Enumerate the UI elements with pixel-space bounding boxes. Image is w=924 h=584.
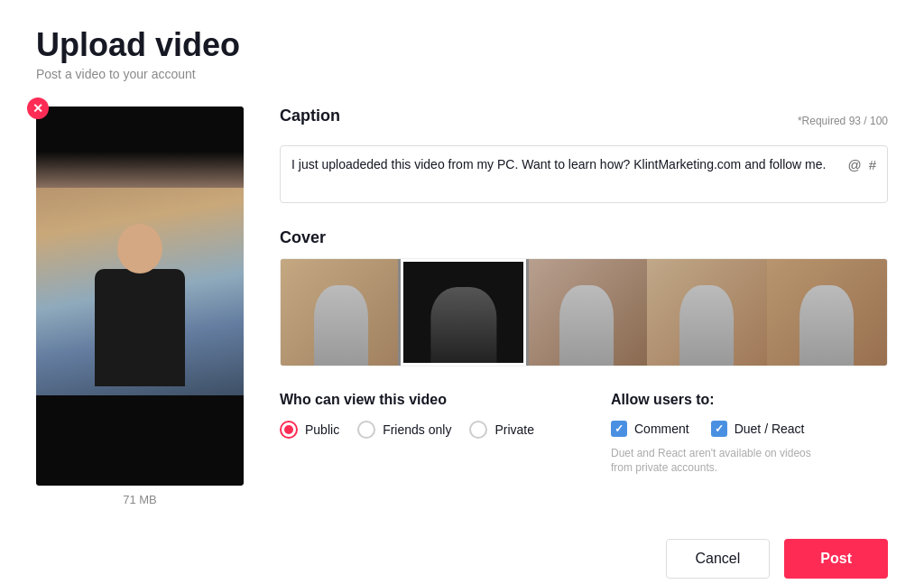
radio-friends[interactable]: Friends only [357,421,451,439]
radio-group: Public Friends only Private [280,421,557,439]
checkbox-group: Comment Duet / React [611,421,888,437]
video-preview-container: ✕ 71 MB [36,107,244,506]
cover-frame-5[interactable] [767,259,887,366]
video-file-size: 71 MB [36,493,244,506]
footer-buttons: Cancel Post [280,521,888,579]
allow-title: Allow users to: [611,392,888,408]
cover-frame-1[interactable] [281,259,401,366]
radio-private-label: Private [494,422,534,437]
form-panel: Caption *Required 93 / 100 I just upload… [280,107,888,579]
radio-friends-label: Friends only [383,422,451,437]
caption-input-wrapper[interactable]: I just uploadeded this video from my PC.… [280,145,888,203]
video-main-frame [36,188,244,395]
cover-frame-2-selected[interactable] [401,259,526,366]
checkbox-duet[interactable]: Duet / React [711,421,805,437]
close-video-button[interactable]: ✕ [27,97,49,119]
checkbox-comment-label: Comment [634,422,689,436]
radio-public-label: Public [305,422,339,437]
at-icon[interactable]: @ [847,157,861,172]
video-top-dark [36,107,244,188]
cover-section: Cover [280,228,888,366]
checkbox-comment-box[interactable] [611,421,627,437]
allow-note: Duet and React aren't available on video… [611,446,827,477]
cover-label: Cover [280,228,888,247]
post-button[interactable]: Post [784,539,888,579]
caption-icons: @ # [847,157,876,172]
allow-section: Allow users to: Comment Duet / React Due… [611,392,888,477]
caption-required: *Required 93 / 100 [798,115,888,127]
hash-icon[interactable]: # [869,157,876,172]
cover-frame-4[interactable] [647,259,767,366]
cancel-button[interactable]: Cancel [666,539,771,579]
caption-label: Caption [280,107,340,125]
checkbox-duet-box[interactable] [711,421,727,437]
checkbox-duet-label: Duet / React [735,422,805,436]
page-subtitle: Post a video to your account [36,67,888,81]
radio-friends-circle[interactable] [357,421,375,439]
person-head [117,224,162,273]
cover-strip[interactable] [280,258,888,366]
radio-private-circle[interactable] [469,421,487,439]
video-preview [36,107,244,486]
view-section: Who can view this video Public Friends o… [280,392,557,439]
caption-input[interactable]: I just uploadeded this video from my PC.… [291,155,838,193]
checkbox-comment[interactable]: Comment [611,421,689,437]
cover-frame-3[interactable] [526,259,646,366]
page-title: Upload video [36,27,888,63]
caption-header: Caption *Required 93 / 100 [280,107,888,136]
radio-public[interactable]: Public [280,421,339,439]
person-body [95,269,185,386]
radio-private[interactable]: Private [469,421,534,439]
controls-row: Who can view this video Public Friends o… [280,392,888,477]
radio-public-circle[interactable] [280,421,298,439]
view-title: Who can view this video [280,392,557,408]
video-bottom-dark [36,395,244,486]
video-person [81,224,199,395]
